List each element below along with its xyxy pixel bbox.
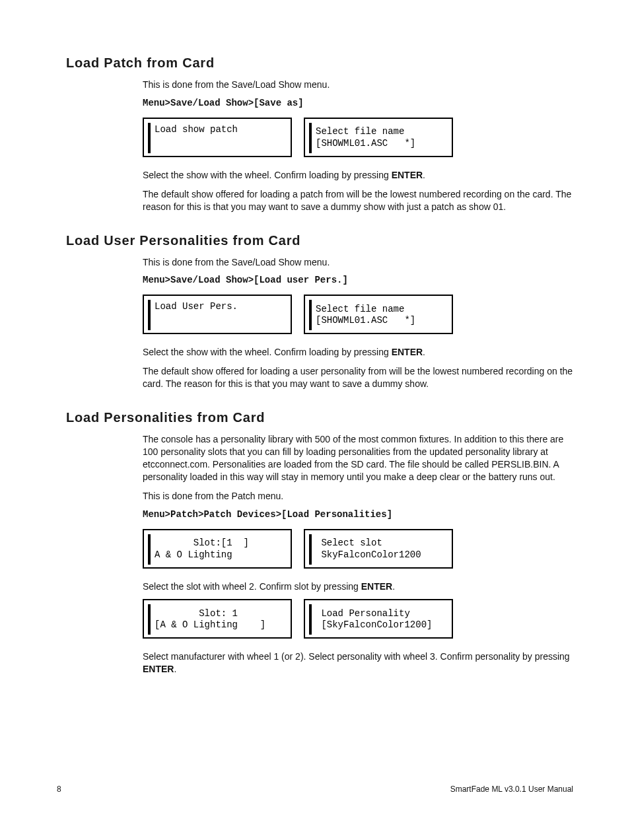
section-load-patch: Load Patch from Card This is done from t… [104,55,573,213]
paragraph: The default show offered for loading a u… [143,365,573,390]
lcd-line: Load User Pers. [155,301,284,313]
lcd-line: Select file name [316,126,445,138]
footer: 8 SmartFade ML v3.0.1 User Manual [57,785,573,794]
paragraph: The default show offered for loading a p… [143,188,573,213]
body-load-pers: The console has a personality library wi… [143,433,573,676]
footer-title: SmartFade ML v3.0.1 User Manual [450,785,573,794]
body-load-user-pers: This is done from the Save/Load Show men… [143,256,573,391]
paragraph: Select the slot with wheel 2. Confirm sl… [143,580,573,593]
lcd-inner: Select file name [SHOWML01.ASC *] [309,123,448,153]
lcd-line: [SHOWML01.ASC *] [316,315,445,327]
lcd-line: [SkyFalconColor1200] [316,619,445,631]
lcd-screen-left: Slot: 1 [A & O Lighting ] [143,599,292,639]
lcd-line: Slot: 1 [155,608,284,620]
section-load-user-pers: Load User Personalities from Card This i… [104,233,573,391]
key-enter: ENTER [392,347,423,357]
heading-load-patch: Load Patch from Card [66,55,573,71]
key-enter: ENTER [392,170,423,180]
lcd-inner: Slot:[1 ] A & O Lighting [148,534,287,565]
paragraph: Select the show with the wheel. Confirm … [143,169,573,182]
lcd-line: Select file name [316,304,445,316]
lcd-row: Load User Pers. Select file name [SHOWML… [143,295,573,334]
menu-path: Menu>Patch>Patch Devices>[Load Personali… [143,509,573,520]
lcd-line: [A & O Lighting ] [155,619,284,631]
text-run: Select manufacturer with wheel 1 (or 2).… [143,651,570,662]
heading-load-user-pers: Load User Personalities from Card [66,233,573,248]
intro-text: This is done from the Save/Load Show men… [143,79,573,91]
text-run: . [423,170,425,180]
text-run: . [423,347,425,357]
lcd-inner: Slot: 1 [A & O Lighting ] [148,604,287,635]
lcd-inner: Load show patch [148,123,287,153]
lcd-line: Load Personality [316,608,445,620]
heading-load-pers: Load Personalities from Card [66,410,573,425]
section-load-pers: Load Personalities from Card The console… [104,410,573,676]
text-run: Select the slot with wheel 2. Confirm sl… [143,581,361,592]
lcd-screen-left: Slot:[1 ] A & O Lighting [143,529,292,569]
lcd-line: [SHOWML01.ASC *] [316,138,445,150]
body-load-patch: This is done from the Save/Load Show men… [143,79,573,213]
menu-path: Menu>Save/Load Show>[Load user Pers.] [143,275,573,285]
lcd-inner: Select file name [SHOWML01.ASC *] [309,300,448,330]
page-number: 8 [57,785,61,794]
lcd-line: Slot:[1 ] [155,538,284,549]
lcd-inner: Load Personality [SkyFalconColor1200] [309,604,448,635]
lcd-line: Load show patch [155,124,284,136]
lcd-row: Load show patch Select file name [SHOWML… [143,118,573,157]
page: Load Patch from Card This is done from t… [0,0,630,840]
lcd-screen-left: Load show patch [143,118,292,157]
lcd-screen-right: Select slot SkyFalconColor1200 [304,529,453,569]
text-run: . [392,581,395,592]
lcd-inner: Load User Pers. [148,300,287,330]
lcd-screen-left: Load User Pers. [143,295,292,334]
lcd-row: Slot:[1 ] A & O Lighting Select slot Sky… [143,529,573,569]
lcd-inner: Select slot SkyFalconColor1200 [309,534,448,565]
lcd-screen-right: Select file name [SHOWML01.ASC *] [304,118,453,157]
text-run: Select the show with the wheel. Confirm … [143,170,392,180]
lcd-line: SkyFalconColor1200 [316,549,445,561]
text-run: Select the show with the wheel. Confirm … [143,347,392,357]
lcd-line: A & O Lighting [155,549,284,561]
key-enter: ENTER [143,664,174,674]
intro-text: This is done from the Save/Load Show men… [143,256,573,269]
lcd-line: Select slot [316,538,445,549]
paragraph: Select the show with the wheel. Confirm … [143,346,573,359]
text-run: . [174,664,176,674]
menu-path: Menu>Save/Load Show>[Save as] [143,98,573,108]
paragraph: Select manufacturer with wheel 1 (or 2).… [143,650,573,676]
paragraph: The console has a personality library wi… [143,433,573,483]
lcd-screen-right: Select file name [SHOWML01.ASC *] [304,295,453,334]
intro-text: This is done from the Patch menu. [143,490,573,503]
lcd-row: Slot: 1 [A & O Lighting ] Load Personali… [143,599,573,639]
key-enter: ENTER [361,581,392,592]
lcd-screen-right: Load Personality [SkyFalconColor1200] [304,599,453,639]
